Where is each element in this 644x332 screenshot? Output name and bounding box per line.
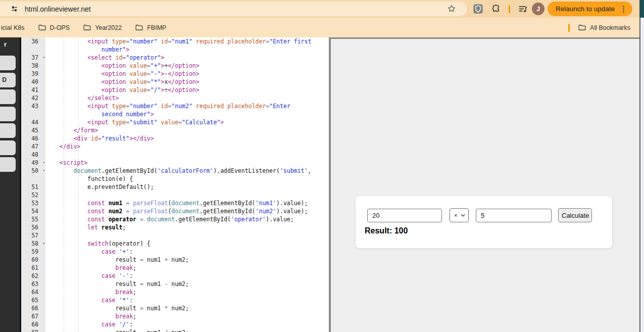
code-line: <input type="number" id="num1" required … <box>45 37 329 45</box>
code-line: let result; <box>45 223 329 231</box>
gutter-line-number <box>21 175 45 183</box>
chevron-down-icon <box>461 214 465 217</box>
code-line: <input type="number" id="num2" required … <box>45 102 329 110</box>
code-editor[interactable]: <input type="number" id="num1" required … <box>45 37 329 332</box>
gutter-line-number: 38 <box>21 62 45 70</box>
code-line: break; <box>45 264 329 272</box>
gutter-line-number: 48 <box>21 151 45 159</box>
bookmark-item[interactable]: icial K8s <box>1 24 25 31</box>
code-line: const operator = document.getElementById… <box>45 215 329 223</box>
background-window-titlebar <box>639 0 644 18</box>
code-line: switch(operator) { <box>45 240 329 248</box>
code-line: const num2 = parseFloat(document.getElem… <box>45 207 329 215</box>
bookmark-item[interactable]: Year2022 <box>83 23 122 32</box>
gutter-line-number: 43 <box>21 102 45 110</box>
code-line: <div id="result"></div> <box>45 134 329 143</box>
code-line: <select id="operator"> <box>45 54 329 62</box>
bookmarks-left-group: icial K8sD-OPSYear2022FBIMP <box>1 18 166 37</box>
sidebar-button[interactable] <box>0 157 16 172</box>
code-line: const num1 = parseFloat(document.getElem… <box>45 199 329 207</box>
fold-arrow-icon[interactable]: ▾ <box>42 54 45 62</box>
gutter-line-number: 39 <box>21 70 45 78</box>
gutter-line-number: 42 <box>21 94 45 102</box>
sidebar-button[interactable] <box>0 123 16 138</box>
gutter-line-number <box>21 110 45 118</box>
num1-input[interactable] <box>367 209 442 222</box>
gutter-line-number: 36 <box>21 37 45 45</box>
gutter-line-number: 65 <box>21 296 45 304</box>
avatar-initial: J <box>536 6 540 13</box>
bookmark-star-icon[interactable] <box>447 4 456 13</box>
calculator-card: × Calculate Result: 100 <box>356 196 612 248</box>
sidebar-button[interactable] <box>0 56 16 70</box>
code-line: <option value="*">x</option> <box>45 78 329 86</box>
gutter-line-number: 60 <box>21 256 45 264</box>
extensions-puzzle-icon[interactable] <box>490 4 501 14</box>
code-line: function(e) { <box>45 175 329 183</box>
sidebar-button[interactable] <box>0 89 16 104</box>
operator-select[interactable]: × <box>450 208 469 222</box>
gutter-line-number: 68 <box>21 320 45 328</box>
bookmarks-separator <box>568 24 570 32</box>
code-line: </select> <box>45 94 329 102</box>
folder-icon <box>135 23 143 32</box>
preview-pane: × Calculate Result: 100 <box>329 37 639 332</box>
gutter-line-number: 51 <box>21 183 45 191</box>
gutter-line-number: 46 <box>21 134 45 143</box>
sidebar-header-fragment: r <box>4 40 7 48</box>
code-line: document.getElementById('calculatorForm'… <box>45 167 329 175</box>
code-line: <option value="-">-</option> <box>45 70 329 78</box>
folder-icon <box>38 23 46 32</box>
background-window-body <box>639 18 644 332</box>
code-line: e.preventDefault(); <box>45 183 329 191</box>
address-bar[interactable]: html.onlineviewer.net <box>0 2 467 16</box>
gutter-line-number: 54 <box>21 207 45 215</box>
profile-avatar[interactable]: J <box>532 3 544 15</box>
editor-gutter: 3637▾383940414243444546474849▾50▾5152535… <box>21 37 45 332</box>
gutter-line-number: 41 <box>21 86 45 94</box>
code-line: </div> <box>45 143 329 151</box>
code-line: result = num1 + num2; <box>45 256 329 264</box>
sidebar-button[interactable] <box>0 107 16 121</box>
sidebar-button[interactable]: D <box>0 73 16 87</box>
bookmark-label: FBIMP <box>147 24 166 31</box>
sidebar-button[interactable] <box>0 140 16 155</box>
gutter-line-number: 66 <box>21 304 45 312</box>
num2-input[interactable] <box>476 209 552 222</box>
gutter-line-number <box>21 45 45 54</box>
fold-arrow-icon[interactable]: ▾ <box>42 167 45 175</box>
code-lines: <input type="number" id="num1" required … <box>45 37 329 332</box>
gutter-line-number: 44 <box>21 118 45 126</box>
media-playlist-icon[interactable] <box>518 4 528 14</box>
page-content: r D 3637▾383940414243444546474849▾50▾515… <box>0 37 644 332</box>
site-settings-tune-icon[interactable] <box>10 5 19 13</box>
toolbar-separator <box>509 5 510 13</box>
gutter-line-number: 69 <box>21 328 45 332</box>
relaunch-to-update-button[interactable]: Relaunch to update ⋮ <box>548 2 632 16</box>
shield-extension-icon[interactable] <box>473 4 483 14</box>
kebab-menu-icon[interactable]: ⋮ <box>620 5 627 14</box>
browser-topbar: html.onlineviewer.net J Rela <box>0 0 644 18</box>
folder-icon <box>578 23 586 32</box>
gutter-line-number: 37▾ <box>21 54 45 62</box>
bookmark-label: icial K8s <box>1 24 25 31</box>
bookmark-item[interactable]: D-OPS <box>38 23 70 32</box>
gutter-line-number: 58▾ <box>21 240 45 248</box>
calculate-button[interactable]: Calculate <box>558 208 592 222</box>
fold-arrow-icon[interactable]: ▾ <box>42 240 45 248</box>
code-line: case '+': <box>45 248 329 256</box>
gutter-line-number: 49▾ <box>21 159 45 167</box>
all-bookmarks-button[interactable]: All Bookmarks <box>578 23 630 32</box>
indent-guide <box>64 37 64 332</box>
gutter-line-number: 61 <box>21 264 45 272</box>
indent-guide <box>78 37 79 332</box>
browser-window: html.onlineviewer.net J Rela <box>0 0 644 332</box>
code-line: result = num1 / num2; <box>45 328 329 332</box>
code-line <box>45 191 329 199</box>
fold-arrow-icon[interactable]: ▾ <box>42 159 45 167</box>
folder-icon <box>83 23 91 32</box>
gutter-line-number: 59 <box>21 248 45 256</box>
code-line: break; <box>45 288 329 296</box>
bookmark-item[interactable]: FBIMP <box>135 23 166 32</box>
gutter-line-number: 63 <box>21 280 45 288</box>
